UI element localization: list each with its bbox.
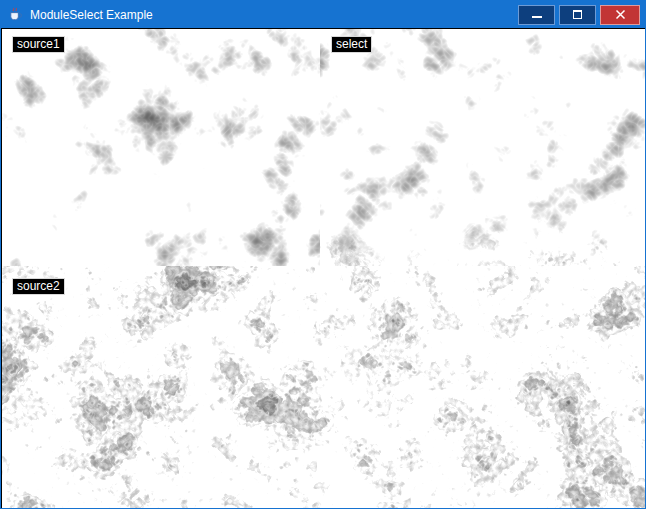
window-controls xyxy=(518,5,645,25)
label-select: select xyxy=(331,36,372,53)
label-source1: source1 xyxy=(12,36,65,53)
app-window: ModuleSelect Example source1 select sour… xyxy=(0,0,646,509)
source1-noise-image xyxy=(2,29,320,266)
maximize-button[interactable] xyxy=(559,5,596,25)
maximize-icon xyxy=(573,10,582,19)
minimize-button[interactable] xyxy=(518,5,555,25)
close-icon xyxy=(615,9,626,20)
java-coffee-cup-icon xyxy=(8,7,23,22)
source2-noise-image xyxy=(2,266,646,509)
close-button[interactable] xyxy=(600,5,640,25)
minimize-icon xyxy=(532,16,542,18)
render-area: source1 select source2 xyxy=(2,29,646,509)
label-source2: source2 xyxy=(12,278,65,295)
window-title: ModuleSelect Example xyxy=(30,8,153,22)
titlebar[interactable]: ModuleSelect Example xyxy=(1,1,645,28)
